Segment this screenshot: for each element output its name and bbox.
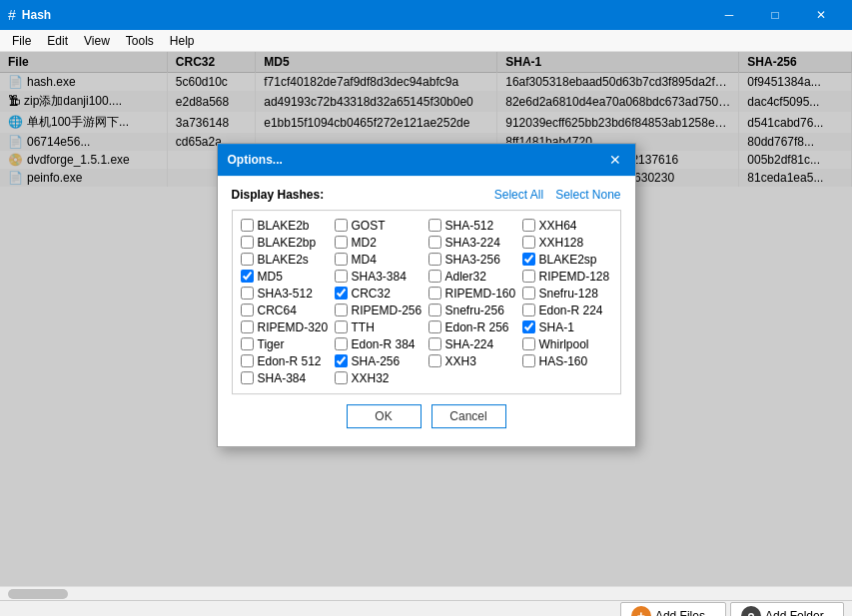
checkbox-label-md5[interactable]: MD5 [258,270,283,284]
checkbox-edonr224[interactable] [522,304,535,316]
checkbox-item-crc64[interactable]: CRC64 [241,304,331,317]
checkbox-label-sha512[interactable]: SHA-512 [445,219,494,233]
close-button[interactable]: ✕ [798,0,844,30]
checkbox-label-sha3224[interactable]: SHA3-224 [445,236,500,250]
checkbox-item-blake2b[interactable]: BLAKE2b [241,219,331,233]
checkbox-label-blake2bp[interactable]: BLAKE2bp [258,236,317,250]
checkbox-label-ripemd128[interactable]: RIPEMD-128 [539,270,610,284]
add-folder-button[interactable]: Add Folder... [730,602,844,617]
checkbox-xxh32[interactable] [335,371,348,384]
maximize-button[interactable]: □ [752,0,798,30]
checkbox-md2[interactable] [335,236,348,249]
checkbox-snefru256[interactable] [428,304,441,316]
checkbox-gost[interactable] [335,219,348,232]
checkbox-label-whirlpool[interactable]: Whirlpool [539,337,589,351]
select-none-link[interactable]: Select None [555,188,620,202]
checkbox-blake2sp[interactable] [522,253,535,266]
checkbox-label-xxh64[interactable]: XXH64 [539,219,577,233]
checkbox-blake2b[interactable] [241,219,254,232]
checkbox-adler32[interactable] [428,270,441,283]
select-all-link[interactable]: Select All [494,188,543,202]
checkbox-ripemd160[interactable] [428,287,441,300]
checkbox-item-sha3512[interactable]: SHA3-512 [241,287,331,301]
horizontal-scrollbar[interactable] [0,586,852,600]
checkbox-label-blake2b[interactable]: BLAKE2b [258,219,310,233]
minimize-button[interactable]: ─ [706,0,752,30]
checkbox-label-tth[interactable]: TTH [352,320,375,334]
checkbox-item-ripemd128[interactable]: RIPEMD-128 [522,270,612,284]
checkbox-label-sha1[interactable]: SHA-1 [539,320,574,334]
checkbox-tth[interactable] [335,320,348,333]
cancel-button[interactable]: Cancel [431,404,506,428]
checkbox-item-tth[interactable]: TTH [335,320,425,334]
checkbox-item-xxh128[interactable]: XXH128 [522,236,612,250]
checkbox-label-snefru256[interactable]: Snefru-256 [445,304,504,317]
menu-view[interactable]: View [76,30,118,52]
checkbox-label-sha224[interactable]: SHA-224 [445,337,494,351]
checkbox-item-has160[interactable]: HAS-160 [522,354,612,368]
checkbox-edonr384[interactable] [335,337,348,350]
checkbox-item-blake2bp[interactable]: BLAKE2bp [241,236,331,250]
checkbox-item-xxh3[interactable]: XXH3 [428,354,518,368]
checkbox-label-xxh32[interactable]: XXH32 [352,371,390,385]
checkbox-whirlpool[interactable] [522,337,535,350]
checkbox-item-whirlpool[interactable]: Whirlpool [522,337,612,351]
checkbox-sha256[interactable] [335,354,348,367]
checkbox-xxh3[interactable] [428,354,441,367]
checkbox-item-blake2sp[interactable]: BLAKE2sp [522,253,612,267]
checkbox-sha512[interactable] [428,219,441,232]
checkbox-label-crc64[interactable]: CRC64 [258,304,297,317]
checkbox-label-sha384[interactable]: SHA-384 [258,371,307,385]
checkbox-label-edonr256[interactable]: Edon-R 256 [445,320,509,334]
checkbox-label-has160[interactable]: HAS-160 [539,354,588,368]
checkbox-crc32[interactable] [335,287,348,300]
checkbox-label-sha3512[interactable]: SHA3-512 [258,287,313,301]
checkbox-label-xxh3[interactable]: XXH3 [445,354,476,368]
checkbox-label-adler32[interactable]: Adler32 [445,270,486,284]
checkbox-label-ripemd320[interactable]: RIPEMD-320 [258,320,329,334]
scroll-thumb[interactable] [8,589,68,599]
checkbox-item-ripemd256[interactable]: RIPEMD-256 [335,304,425,317]
checkbox-label-sha3384[interactable]: SHA3-384 [352,270,407,284]
checkbox-label-crc32[interactable]: CRC32 [352,287,391,301]
checkbox-label-blake2s[interactable]: BLAKE2s [258,253,309,267]
menu-tools[interactable]: Tools [118,30,162,52]
menu-edit[interactable]: Edit [39,30,76,52]
checkbox-sha3384[interactable] [335,270,348,283]
checkbox-sha1[interactable] [522,320,535,333]
checkbox-item-crc32[interactable]: CRC32 [335,287,425,301]
checkbox-md4[interactable] [335,253,348,266]
checkbox-tiger[interactable] [241,337,254,350]
checkbox-blake2bp[interactable] [241,236,254,249]
dialog-close-button[interactable]: ✕ [605,150,625,170]
checkbox-item-edonr384[interactable]: Edon-R 384 [335,337,425,351]
checkbox-label-sha256[interactable]: SHA-256 [352,354,401,368]
checkbox-label-xxh128[interactable]: XXH128 [539,236,584,250]
checkbox-xxh64[interactable] [522,219,535,232]
checkbox-item-snefru128[interactable]: Snefru-128 [522,287,612,301]
checkbox-item-edonr256[interactable]: Edon-R 256 [428,320,518,334]
checkbox-label-blake2sp[interactable]: BLAKE2sp [539,253,597,267]
checkbox-sha384[interactable] [241,371,254,384]
checkbox-item-md4[interactable]: MD4 [335,253,425,267]
checkbox-item-sha3384[interactable]: SHA3-384 [335,270,425,284]
checkbox-snefru128[interactable] [522,287,535,300]
checkbox-item-sha384[interactable]: SHA-384 [241,371,331,385]
checkbox-ripemd256[interactable] [335,304,348,316]
ok-button[interactable]: OK [347,404,422,428]
checkbox-crc64[interactable] [241,304,254,316]
checkbox-item-edonr224[interactable]: Edon-R 224 [522,304,612,317]
menu-file[interactable]: File [4,30,39,52]
checkbox-ripemd320[interactable] [241,320,254,333]
checkbox-label-tiger[interactable]: Tiger [258,337,285,351]
checkbox-label-edonr512[interactable]: Edon-R 512 [258,354,322,368]
checkbox-item-gost[interactable]: GOST [335,219,425,233]
checkbox-item-xxh32[interactable]: XXH32 [335,371,425,385]
checkbox-item-sha224[interactable]: SHA-224 [428,337,518,351]
checkbox-xxh128[interactable] [522,236,535,249]
checkbox-item-md2[interactable]: MD2 [335,236,425,250]
checkbox-sha3256[interactable] [428,253,441,266]
checkbox-label-gost[interactable]: GOST [352,219,386,233]
checkbox-item-md5[interactable]: MD5 [241,270,331,284]
checkbox-item-blake2s[interactable]: BLAKE2s [241,253,331,267]
